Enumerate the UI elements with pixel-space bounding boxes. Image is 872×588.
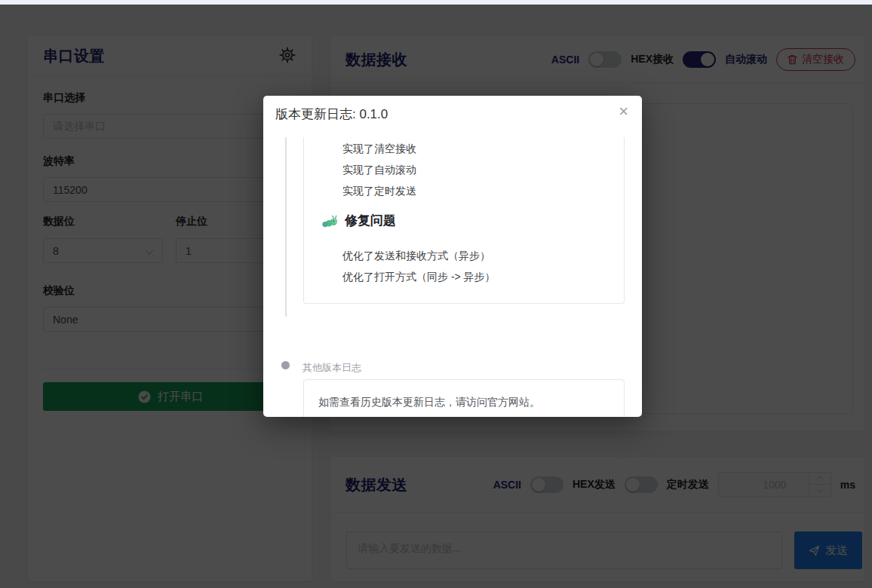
- changelog-current-card: 实现了清空接收 实现了自动滚动 实现了定时发送 修复问题 优化了发送和接收方式（…: [303, 137, 625, 304]
- changelog-modal: 版本更新日志: 0.1.0 × 实现了清空接收 实现了自动滚动 实现了定时发送 …: [263, 96, 642, 417]
- timeline-dot: [281, 361, 290, 369]
- other-versions-text: 如需查看历史版本更新日志，请访问官方网站。: [318, 396, 540, 409]
- timeline-line: [285, 137, 287, 317]
- changelog-item: 优化了打开方式（同步 -> 异步）: [342, 271, 496, 284]
- close-icon[interactable]: ×: [616, 100, 631, 123]
- other-versions-label: 其他版本日志: [302, 361, 361, 375]
- bug-icon: [321, 213, 338, 228]
- changelog-other-card: 如需查看历史版本更新日志，请访问官方网站。: [303, 379, 625, 417]
- fixes-section-header: 修复问题: [321, 212, 396, 229]
- fixes-section-title: 修复问题: [345, 212, 396, 229]
- changelog-scroll-area[interactable]: 实现了清空接收 实现了自动滚动 实现了定时发送 修复问题 优化了发送和接收方式（…: [263, 137, 642, 417]
- changelog-item: 实现了自动滚动: [342, 164, 416, 177]
- changelog-modal-title: 版本更新日志: 0.1.0: [275, 106, 388, 123]
- changelog-item: 实现了清空接收: [342, 142, 416, 156]
- changelog-item: 实现了定时发送: [342, 185, 416, 198]
- changelog-item: 优化了发送和接收方式（异步）: [342, 250, 490, 263]
